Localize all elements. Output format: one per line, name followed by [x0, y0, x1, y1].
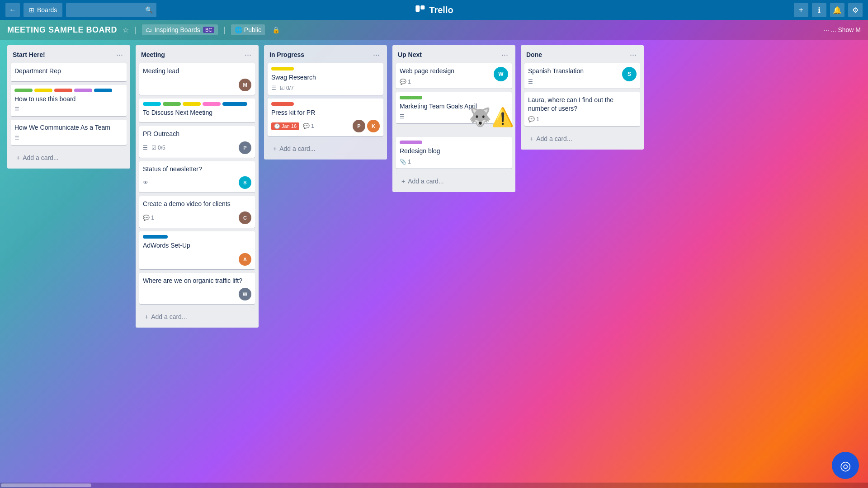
card-redesign-blog[interactable]: Redesign blog 📎 1 [396, 137, 512, 169]
label-green [400, 96, 422, 99]
divider2: | [223, 25, 226, 35]
app-name: Trello [429, 5, 453, 15]
workspace-button[interactable]: 🗂 Inspiring Boards BC [142, 24, 218, 35]
lock-icon[interactable]: 🔒 [272, 26, 280, 33]
card-marketing-goals[interactable]: Marketing Team Goals April ☰ 🐺⚠️ [396, 92, 512, 124]
card-adwords[interactable]: AdWords Set-Up A [139, 231, 255, 269]
add-card-button-meeting[interactable]: + Add a card... [139, 310, 255, 324]
card-swag-research[interactable]: Swag Research ☰ ☑ 0/7 [268, 63, 383, 95]
card-title: Web page redesign [400, 67, 454, 76]
list-start-here: Start Here! ··· Department Rep How to us… [7, 45, 130, 169]
add-card-button-up-next[interactable]: + Add a card... [396, 174, 512, 188]
card-footer: 📎 1 [400, 159, 508, 165]
card-labels [143, 102, 251, 106]
card-badges: ☰ ☑ 0/7 [271, 85, 294, 91]
card-avatar: S [239, 176, 251, 189]
board-star-button[interactable]: ☆ [123, 26, 129, 34]
label-yellow [183, 102, 201, 106]
list-menu-button-in-progress[interactable]: ··· [371, 50, 382, 60]
avatar: W [494, 67, 508, 81]
list-cards-up-next: Web page redesign 💬 1 W Marketing Team [392, 63, 515, 172]
info-button[interactable]: ℹ [812, 3, 826, 17]
card-spanish-translation[interactable]: Spanish Translation ☰ S [524, 63, 640, 89]
create-button[interactable]: + [794, 3, 808, 17]
description-badge: ☰ [143, 145, 148, 151]
list-title-done: Done [526, 51, 542, 58]
boards-label: Boards [37, 6, 57, 14]
clock-icon: 🕐 [274, 123, 280, 129]
card-avatars: P K [353, 120, 380, 132]
description-badge: ☰ [14, 135, 19, 141]
add-card-button-start-here[interactable]: + Add a card... [11, 150, 127, 165]
card-title: Department Rep [14, 67, 123, 76]
card-demo-video[interactable]: Create a demo video for clients 💬 1 C [139, 196, 255, 228]
card-dept-rep[interactable]: Department Rep [11, 63, 127, 81]
card-avatar: W [239, 288, 251, 300]
list-menu-button-done[interactable]: ··· [628, 50, 638, 60]
card-footer: ☰ [14, 106, 123, 113]
due-date-badge: 🕐 Jan 16 [271, 122, 299, 130]
description-badge: ☰ [400, 113, 405, 120]
add-card-button-in-progress[interactable]: + Add a card... [268, 141, 383, 156]
show-menu-button[interactable]: ··· ... Show M [824, 26, 861, 33]
label-yellow [34, 89, 52, 92]
card-title: Redesign blog [400, 147, 508, 156]
divider: | [134, 25, 137, 35]
add-card-button-done[interactable]: + Add a card... [524, 131, 640, 146]
card-avatar: A [239, 253, 251, 266]
boards-button[interactable]: ⊞ Boards [24, 3, 62, 17]
svg-rect-1 [420, 5, 425, 9]
card-avatar: M [239, 79, 251, 91]
boards-icon: ⊞ [29, 6, 34, 14]
card-press-kit[interactable]: Press kit for PR 🕐 Jan 16 💬 1 P K [268, 99, 383, 136]
visibility-button[interactable]: 🌐 Public [231, 24, 265, 35]
card-newsletter[interactable]: Status of newsletter? 👁 S [139, 161, 255, 193]
card-title: Meeting lead [143, 67, 251, 76]
ci-button[interactable]: ◎ [832, 452, 859, 479]
card-how-to-use[interactable]: How to use this board ☰ [11, 85, 127, 117]
card-labels [271, 67, 380, 70]
nav-right-actions: + ℹ 🔔 ⚙ [794, 3, 863, 17]
card-title: Status of newsletter? [143, 165, 251, 174]
card-footer: ☰ ☑ 0/7 [271, 85, 380, 91]
watch-badge: 👁 [143, 179, 148, 186]
card-organic-traffic[interactable]: Where are we on organic traffic lift? W [139, 273, 255, 305]
checklist-badge: ☑ 0/7 [280, 85, 294, 91]
board-header: MEETING SAMPLE BOARD ☆ | 🗂 Inspiring Boa… [0, 20, 868, 40]
list-in-progress: In Progress ··· Swag Research ☰ ☑ 0/7 [264, 45, 387, 160]
card-meeting-lead[interactable]: Meeting lead M [139, 63, 255, 95]
list-menu-button-meeting[interactable]: ··· [243, 50, 253, 60]
card-text: Web page redesign 💬 1 [400, 67, 454, 85]
card-laura-question[interactable]: Laura, where can I find out the number o… [524, 92, 640, 126]
checklist-badge: ☑ 0/5 [151, 145, 165, 151]
list-header-start-here: Start Here! ··· [7, 45, 130, 63]
card-title: Laura, where can I find out the number o… [528, 96, 637, 113]
card-labels [14, 89, 123, 92]
card-badges: ☰ [14, 135, 19, 141]
back-button[interactable]: ← [5, 3, 20, 17]
dog-mascot: 🐺⚠️ [469, 107, 514, 128]
notifications-button[interactable]: 🔔 [830, 3, 844, 17]
card-avatar: P [239, 141, 251, 154]
card-to-discuss[interactable]: To Discuss Next Meeting [139, 99, 255, 123]
card-web-redesign[interactable]: Web page redesign 💬 1 W [396, 63, 512, 89]
card-labels [400, 141, 508, 144]
card-footer: W [143, 288, 251, 300]
list-menu-button-start-here[interactable]: ··· [114, 50, 125, 60]
list-menu-button-up-next[interactable]: ··· [500, 50, 510, 60]
list-done: Done ··· Spanish Translation ☰ S Laur [521, 45, 644, 150]
card-pr-outreach[interactable]: PR Outreach ☰ ☑ 0/5 P [139, 126, 255, 158]
card-title: How to use this board [14, 95, 123, 104]
label-blue [222, 102, 247, 106]
card-footer: 🕐 Jan 16 💬 1 P K [271, 120, 380, 132]
globe-icon: 🌐 [235, 26, 242, 33]
card-communicate[interactable]: How We Communicate As a Team ☰ [11, 120, 127, 145]
avatar-2: K [367, 120, 380, 132]
settings-button[interactable]: ⚙ [848, 3, 863, 17]
list-header-in-progress: In Progress ··· [264, 45, 387, 63]
card-row: Web page redesign 💬 1 W [400, 67, 508, 85]
visibility-label: Public [244, 26, 261, 33]
search-bar[interactable]: 🔍 [66, 3, 156, 17]
card-badges: ☰ [14, 106, 19, 113]
card-footer: 💬 1 C [143, 211, 251, 224]
